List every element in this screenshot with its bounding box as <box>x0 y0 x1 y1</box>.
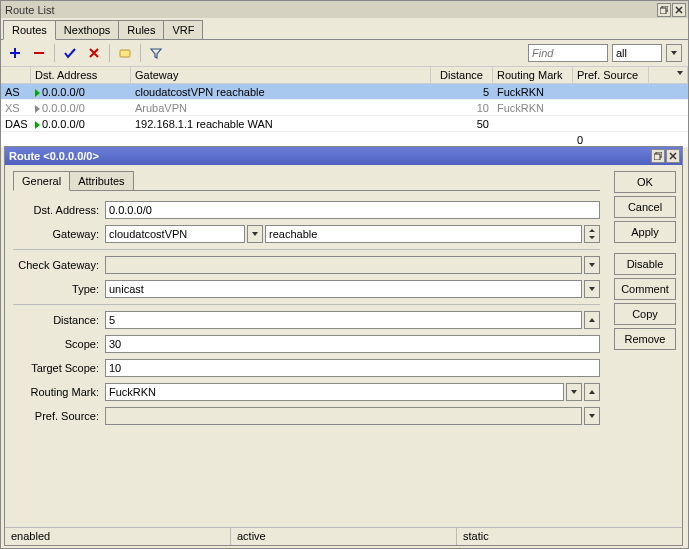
col-gateway[interactable]: Gateway <box>131 67 431 83</box>
disable-button[interactable] <box>82 42 106 64</box>
apply-button[interactable]: Apply <box>614 221 676 243</box>
tab-nexthops[interactable]: Nexthops <box>55 20 119 39</box>
dialog-buttons: OK Cancel Apply Disable Comment Copy Rem… <box>608 165 682 527</box>
inactive-icon <box>35 105 40 113</box>
active-icon <box>35 89 40 97</box>
route-table: Dst. Address Gateway Distance Routing Ma… <box>1 67 688 148</box>
dialog-tabs: General Attributes <box>13 171 600 191</box>
label-target-scope: Target Scope: <box>13 362 105 374</box>
table-header: Dst. Address Gateway Distance Routing Ma… <box>1 67 688 84</box>
label-routing-mark: Routing Mark: <box>13 386 105 398</box>
label-scope: Scope: <box>13 338 105 350</box>
add-button[interactable] <box>3 42 27 64</box>
dialog-main: General Attributes Dst. Address: Gateway… <box>5 165 608 527</box>
target-scope-input[interactable] <box>105 359 600 377</box>
label-gateway: Gateway: <box>13 228 105 240</box>
comment-button[interactable]: Comment <box>614 278 676 300</box>
copy-button[interactable]: Copy <box>614 303 676 325</box>
ok-button[interactable]: OK <box>614 171 676 193</box>
table-row[interactable]: AS 0.0.0.0/0 cloudatcostVPN reachable 5 … <box>1 84 688 100</box>
table-row[interactable]: XS 0.0.0.0/0 ArubaVPN 10 FuckRKN <box>1 100 688 116</box>
disable-button[interactable]: Disable <box>614 253 676 275</box>
dst-address-input[interactable] <box>105 201 600 219</box>
svg-rect-2 <box>120 50 130 57</box>
status-bar: enabled active static <box>5 527 682 545</box>
scope-input[interactable] <box>105 335 600 353</box>
toolbar: all <box>1 40 688 67</box>
chevron-down-icon[interactable] <box>584 256 600 274</box>
close-icon[interactable] <box>666 149 680 163</box>
tab-general[interactable]: General <box>13 171 70 191</box>
filter-select[interactable]: all <box>612 44 662 62</box>
col-flags[interactable] <box>1 67 31 83</box>
filter-button[interactable] <box>144 42 168 64</box>
restore-icon[interactable] <box>657 3 671 17</box>
tab-rules[interactable]: Rules <box>118 20 164 39</box>
gateway-select[interactable]: cloudatcostVPN <box>105 225 245 243</box>
route-dialog: Route <0.0.0.0/0> General Attributes Dst… <box>4 146 683 546</box>
updown-icon[interactable] <box>584 225 600 243</box>
remove-button[interactable] <box>27 42 51 64</box>
main-titlebar: Route List <box>1 1 688 18</box>
status-active: active <box>231 528 457 545</box>
active-icon <box>35 121 40 129</box>
col-dst[interactable]: Dst. Address <box>31 67 131 83</box>
routing-mark-select[interactable]: FuckRKN <box>105 383 564 401</box>
chevron-down-icon[interactable] <box>584 280 600 298</box>
find-input[interactable] <box>528 44 608 62</box>
enable-button[interactable] <box>58 42 82 64</box>
main-tabs: Routes Nexthops Rules VRF <box>1 18 688 40</box>
remove-button[interactable]: Remove <box>614 328 676 350</box>
col-routing-mark[interactable]: Routing Mark <box>493 67 573 83</box>
up-arrow-icon[interactable] <box>584 383 600 401</box>
up-arrow-icon[interactable] <box>584 311 600 329</box>
chevron-down-icon[interactable] <box>584 407 600 425</box>
label-type: Type: <box>13 283 105 295</box>
col-pref-source[interactable]: Pref. Source <box>573 67 649 83</box>
close-icon[interactable] <box>672 3 686 17</box>
svg-rect-4 <box>654 154 660 160</box>
svg-rect-1 <box>660 8 666 14</box>
dialog-titlebar: Route <0.0.0.0/0> <box>5 147 682 165</box>
tab-routes[interactable]: Routes <box>3 20 56 40</box>
col-distance[interactable]: Distance <box>431 67 493 83</box>
restore-icon[interactable] <box>651 149 665 163</box>
tab-attributes[interactable]: Attributes <box>69 171 133 190</box>
label-dst: Dst. Address: <box>13 204 105 216</box>
label-distance: Distance: <box>13 314 105 326</box>
chevron-down-icon[interactable] <box>566 383 582 401</box>
status-enabled: enabled <box>5 528 231 545</box>
comment-button[interactable] <box>113 42 137 64</box>
dialog-title: Route <0.0.0.0/0> <box>7 150 651 162</box>
gateway-status: reachable <box>265 225 582 243</box>
label-pref-source: Pref. Source: <box>13 410 105 422</box>
cancel-button[interactable]: Cancel <box>614 196 676 218</box>
col-menu-icon[interactable] <box>649 67 688 83</box>
pref-source-select[interactable] <box>105 407 582 425</box>
chevron-down-icon[interactable] <box>247 225 263 243</box>
tab-vrf[interactable]: VRF <box>163 20 203 39</box>
status-static: static <box>457 528 682 545</box>
type-select[interactable]: unicast <box>105 280 582 298</box>
label-check-gateway: Check Gateway: <box>13 259 105 271</box>
table-row[interactable]: DAS 0.0.0.0/0 192.168.1.1 reachable WAN … <box>1 116 688 132</box>
filter-dropdown-icon[interactable] <box>666 44 682 62</box>
main-title: Route List <box>3 4 657 16</box>
check-gateway-select[interactable] <box>105 256 582 274</box>
distance-input[interactable] <box>105 311 582 329</box>
